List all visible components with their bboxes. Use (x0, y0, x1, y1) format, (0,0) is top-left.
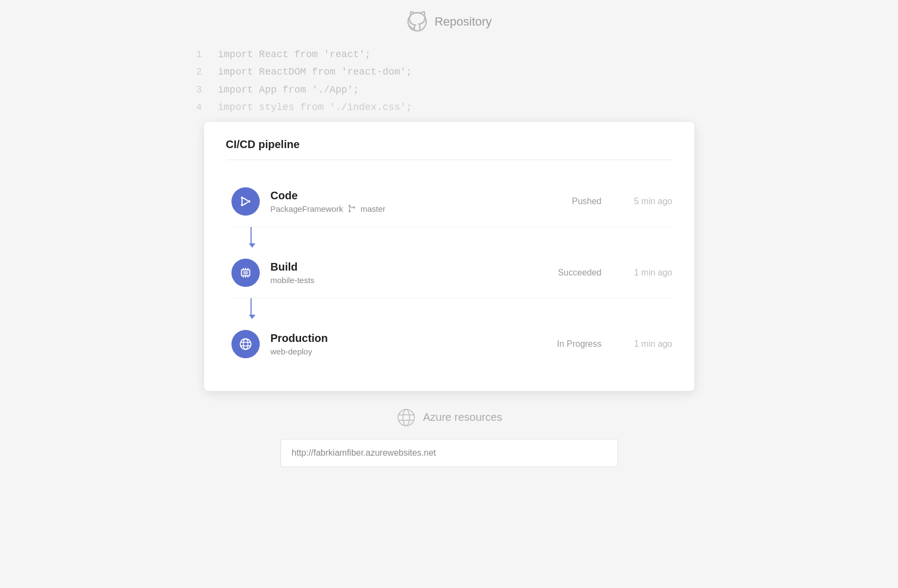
svg-point-20 (243, 339, 248, 350)
azure-title: Azure resources (423, 411, 503, 424)
stage-status-build: Succeeded (536, 268, 602, 278)
url-input[interactable] (280, 439, 618, 467)
stage-name-code: Code (271, 189, 536, 202)
svg-point-19 (240, 339, 251, 350)
line-num-4: 4 (196, 99, 207, 116)
connector-1-2 (231, 227, 673, 248)
stage-status-code: Pushed (536, 197, 602, 206)
stage-row-production: Production web-deploy In Progress 1 min … (231, 319, 673, 369)
stage-name-production: Production (271, 332, 536, 345)
svg-rect-18 (243, 271, 248, 274)
line-num-2: 2 (196, 63, 207, 81)
svg-point-23 (398, 409, 414, 426)
svg-point-1 (241, 197, 243, 199)
stage-time-code: 5 min ago (618, 197, 673, 206)
stage-sub-build: mobile-tests (271, 275, 536, 285)
stage-subtitle-code: PackageFramework (271, 204, 343, 213)
stage-icon-build (231, 259, 260, 287)
stage-subtitle-build: mobile-tests (271, 275, 315, 285)
branch-icon (347, 204, 356, 213)
code-line-2: 2 import ReactDOM from 'react-dom'; (196, 63, 702, 81)
azure-header: Azure resources (396, 407, 503, 428)
svg-point-3 (248, 200, 250, 202)
bottom-section: Azure resources (280, 391, 618, 467)
stage-sub-code: PackageFramework master (271, 204, 536, 213)
vert-line-2 (251, 298, 252, 315)
stage-icon-production (231, 330, 260, 358)
build-icon (239, 266, 253, 280)
pipeline-card: CI/CD pipeline Code (204, 122, 694, 391)
stage-status-production: In Progress (536, 339, 602, 349)
down-arrow-1 (249, 243, 255, 248)
code-line-3: 3 import App from './App'; (196, 81, 702, 99)
branch-name-code: master (361, 204, 386, 213)
top-section: Repository 1 import React from 'react'; … (0, 0, 898, 117)
repo-header: Repository (406, 11, 492, 33)
code-line-4: 4 import styles from './index.css'; (196, 99, 702, 116)
line-num-3: 3 (196, 81, 207, 99)
globe-icon (239, 337, 253, 351)
code-content-4: import styles from './index.css'; (218, 99, 412, 116)
stage-sub-production: web-deploy (271, 347, 536, 356)
stage-icon-code (231, 187, 260, 216)
git-branch-icon (347, 204, 356, 213)
svg-point-8 (349, 210, 351, 212)
stage-name-build: Build (271, 261, 536, 273)
svg-point-7 (349, 205, 351, 207)
stage-time-production: 1 min ago (618, 339, 673, 349)
code-content-3: import App from './App'; (218, 81, 359, 99)
svg-point-24 (403, 409, 410, 426)
pipeline-title: CI/CD pipeline (226, 138, 673, 160)
code-content-1: import React from 'react'; (218, 46, 371, 63)
svg-line-6 (243, 202, 248, 205)
code-content-2: import ReactDOM from 'react-dom'; (218, 63, 412, 81)
stage-row-code: Code PackageFramework ma (231, 176, 673, 227)
github-icon (406, 11, 428, 33)
azure-icon (396, 407, 417, 428)
pipeline-stages: Code PackageFramework ma (226, 176, 673, 369)
stage-info-code: Code PackageFramework ma (271, 189, 536, 213)
svg-line-5 (243, 198, 248, 200)
svg-point-2 (241, 204, 243, 206)
stage-info-build: Build mobile-tests (271, 261, 536, 285)
full-layout: Repository 1 import React from 'react'; … (0, 0, 898, 588)
stage-info-production: Production web-deploy (271, 332, 536, 356)
repo-title: Repository (435, 15, 492, 29)
line-num-1: 1 (196, 46, 207, 63)
code-block: 1 import React from 'react'; 2 import Re… (0, 46, 898, 117)
vert-line-1 (251, 227, 252, 243)
down-arrow-2 (249, 315, 255, 319)
stage-row-build: Build mobile-tests Succeeded 1 min ago (231, 248, 673, 298)
stage-subtitle-production: web-deploy (271, 347, 313, 356)
code-icon (239, 194, 253, 209)
connector-2-3 (231, 298, 673, 319)
code-line-1: 1 import React from 'react'; (196, 46, 702, 63)
stage-time-build: 1 min ago (618, 268, 673, 278)
